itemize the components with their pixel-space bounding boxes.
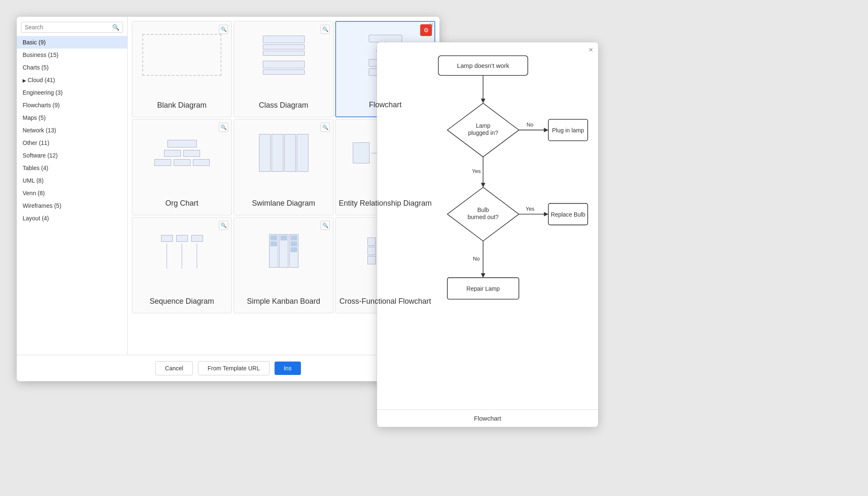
sidebar-item-11[interactable]: UML (8)	[17, 174, 127, 187]
template-card-orgchart[interactable]: 🔍Org Chart	[132, 119, 232, 215]
search-box-container: 🔍	[21, 22, 123, 33]
sidebar-item-10[interactable]: Tables (4)	[17, 162, 127, 174]
template-card-label-flowchart: Flowchart	[369, 100, 401, 110]
sidebar-item-2[interactable]: Charts (5)	[17, 61, 127, 74]
zoom-icon[interactable]: 🔍	[321, 25, 330, 34]
flowchart-canvas: Lamp doesn't work Lamp plugged in? No Pl…	[377, 42, 598, 409]
zoom-icon[interactable]: 🔍	[219, 123, 228, 132]
sidebar-item-6[interactable]: Maps (5)	[17, 111, 127, 124]
flowchart-preview-panel: × Lamp doesn't work Lamp plugged in? No …	[377, 42, 598, 427]
svg-marker-24	[481, 273, 485, 278]
template-card-label-kanban: Simple Kanban Board	[247, 297, 320, 306]
template-card-blank[interactable]: 🔍Blank Diagram	[132, 21, 232, 117]
template-card-kanban[interactable]: 🔍Simple Kanban Board	[234, 217, 334, 313]
svg-marker-3	[481, 99, 485, 103]
sidebar-item-13[interactable]: Wireframes (5)	[17, 199, 127, 212]
sidebar-item-5[interactable]: Flowcharts (9)	[17, 99, 127, 111]
template-card-label-class: Class Diagram	[259, 101, 308, 110]
sidebar-item-14[interactable]: Layout (4)	[17, 212, 127, 225]
flowchart-panel-close-button[interactable]: ×	[588, 46, 593, 54]
svg-text:Lamp: Lamp	[476, 122, 490, 129]
insert-button[interactable]: Ins	[275, 362, 301, 375]
sidebar-item-3[interactable]: ▶Cloud (41)	[17, 74, 127, 86]
search-button[interactable]: 🔍	[112, 24, 119, 31]
template-card-label-crossfunc: Cross-Functional Flowchart	[339, 297, 431, 306]
template-card-label-sequence: Sequence Diagram	[149, 297, 214, 306]
zoom-icon[interactable]: 🔍	[321, 123, 330, 132]
svg-text:Lamp doesn't work: Lamp doesn't work	[457, 62, 509, 69]
zoom-icon[interactable]: 🔍	[321, 221, 330, 230]
svg-marker-13	[481, 183, 485, 187]
zoom-icon[interactable]: 🔍	[219, 25, 228, 34]
sidebar-item-4[interactable]: Engineering (3)	[17, 86, 127, 99]
svg-text:No: No	[526, 121, 533, 128]
sidebar-item-7[interactable]: Network (13)	[17, 124, 127, 137]
svg-text:No: No	[473, 256, 480, 262]
template-card-label-swimlane: Swimlane Diagram	[252, 199, 315, 208]
svg-text:Yes: Yes	[526, 206, 534, 212]
svg-text:Repair Lamp: Repair Lamp	[467, 285, 500, 292]
template-card-label-orgchart: Org Chart	[165, 199, 198, 208]
main-dialog: × 🔍 Basic (9)Business (15)Charts (5)▶Clo…	[17, 17, 439, 381]
sidebar: 🔍 Basic (9)Business (15)Charts (5)▶Cloud…	[17, 17, 128, 355]
svg-text:Plug in lamp: Plug in lamp	[552, 127, 584, 134]
template-card-label-er: Entity Relationship Diagram	[339, 199, 431, 208]
search-input[interactable]	[25, 24, 112, 31]
svg-text:Yes: Yes	[472, 168, 481, 174]
dialog-body: 🔍 Basic (9)Business (15)Charts (5)▶Cloud…	[17, 17, 439, 355]
flowchart-svg: Lamp doesn't work Lamp plugged in? No Pl…	[377, 42, 598, 409]
sidebar-item-0[interactable]: Basic (9)	[17, 36, 127, 49]
svg-marker-19	[544, 212, 549, 217]
template-url-button[interactable]: From Template URL	[198, 361, 270, 375]
main-dialog-close-button[interactable]: ×	[429, 21, 434, 30]
sidebar-item-9[interactable]: Software (12)	[17, 149, 127, 162]
flowchart-panel-title: Flowchart	[474, 415, 501, 422]
sidebar-item-8[interactable]: Other (11)	[17, 137, 127, 149]
template-card-sequence[interactable]: 🔍Sequence Diagram	[132, 217, 232, 313]
template-card-swimlane[interactable]: 🔍Swimlane Diagram	[234, 119, 334, 215]
template-card-class[interactable]: 🔍Class Diagram	[234, 21, 334, 117]
sidebar-item-12[interactable]: Venn (8)	[17, 187, 127, 199]
category-list: Basic (9)Business (15)Charts (5)▶Cloud (…	[17, 36, 127, 355]
flowchart-panel-footer: Flowchart	[377, 409, 598, 427]
sidebar-item-1[interactable]: Business (15)	[17, 49, 127, 61]
dialog-footer: Cancel From Template URL Ins	[17, 355, 439, 381]
template-card-label-blank: Blank Diagram	[157, 101, 206, 110]
svg-text:plugged in?: plugged in?	[468, 129, 498, 136]
svg-marker-8	[544, 128, 549, 132]
cancel-button[interactable]: Cancel	[155, 361, 193, 375]
svg-text:Bulb: Bulb	[477, 207, 489, 213]
zoom-icon[interactable]: 🔍	[219, 221, 228, 230]
svg-text:burned out?: burned out?	[467, 214, 498, 220]
svg-text:Replace Bulb: Replace Bulb	[551, 211, 586, 218]
